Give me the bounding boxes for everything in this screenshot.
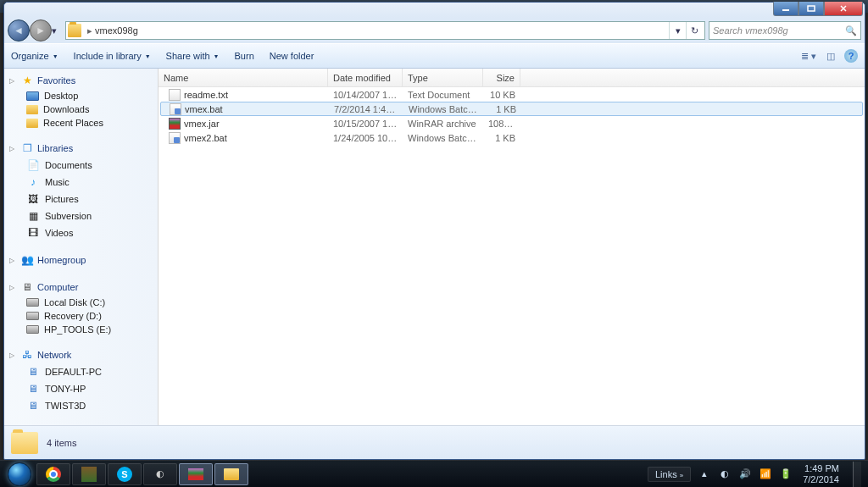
clock-time: 1:49 PM (803, 463, 839, 473)
favorites-header[interactable]: ▷★Favorites (4, 72, 158, 89)
pc-icon: 🖥 (26, 399, 40, 412)
sidebar-item-recent[interactable]: Recent Places (4, 116, 158, 130)
homegroup-icon: 👥 (20, 253, 34, 267)
breadcrumb-folder[interactable]: vmex098g (95, 25, 138, 36)
desktop-icon (26, 91, 39, 101)
file-icon (170, 103, 181, 115)
status-text: 4 items (47, 438, 76, 448)
preview-pane-button[interactable]: ◫ (822, 47, 839, 64)
share-with-menu[interactable]: Share with▼ (166, 51, 220, 61)
steam-tray-icon[interactable]: ◐ (718, 468, 732, 479)
minimize-button[interactable] (773, 2, 798, 16)
sidebar-item-drive-d[interactable]: Recovery (D:) (4, 309, 158, 323)
system-tray: Links » ▴ ◐ 🔊 📶 🔋 1:49 PM 7/2/2014 (648, 462, 865, 487)
svg-rect-0 (782, 9, 789, 11)
file-type: Text Document (403, 90, 483, 100)
sidebar-item-music[interactable]: ♪Music (4, 174, 158, 191)
sidebar-item-downloads[interactable]: Downloads (4, 102, 158, 116)
titlebar[interactable] (4, 3, 865, 18)
file-name: vmex.jar (164, 118, 328, 130)
address-bar[interactable]: ▸ vmex098g ▾ ↻ (65, 21, 705, 40)
back-button[interactable]: ◄ (8, 19, 30, 42)
computer-header[interactable]: ▷🖥Computer (4, 279, 158, 296)
file-icon (169, 118, 181, 130)
include-library-menu[interactable]: Include in library▼ (74, 51, 151, 61)
file-row[interactable]: vmex.jar10/15/2007 10:48 ...WinRAR archi… (159, 116, 865, 130)
network-header[interactable]: ▷🖧Network (4, 346, 158, 363)
sidebar-item-documents[interactable]: 📄Documents (4, 157, 158, 174)
refresh-button[interactable]: ↻ (686, 22, 703, 39)
battery-icon[interactable]: 🔋 (779, 468, 793, 479)
organize-menu[interactable]: Organize▼ (11, 51, 58, 61)
taskbar-winrar[interactable] (179, 463, 213, 485)
volume-icon[interactable]: 🔊 (738, 468, 752, 479)
videos-icon: 🎞 (26, 226, 40, 240)
skype-icon: S (117, 467, 132, 482)
column-date[interactable]: Date modified (328, 69, 403, 86)
file-date: 10/14/2007 12:14 ... (328, 90, 403, 100)
file-type: Windows Batch File (403, 133, 483, 143)
drive-icon (26, 325, 39, 334)
maximize-button[interactable] (798, 2, 824, 16)
file-row[interactable]: vmex2.bat1/24/2005 10:07 AMWindows Batch… (159, 130, 865, 145)
sidebar-item-pictures[interactable]: 🖼Pictures (4, 191, 158, 208)
show-desktop-button[interactable] (853, 462, 861, 487)
sidebar-item-drive-e[interactable]: HP_TOOLS (E:) (4, 323, 158, 336)
sidebar-item-videos[interactable]: 🎞Videos (4, 224, 158, 241)
homegroup-header[interactable]: ▷👥Homegroup (4, 252, 158, 268)
forward-button[interactable]: ► (30, 19, 52, 42)
column-name[interactable]: Name (159, 69, 328, 86)
help-button[interactable]: ? (844, 49, 858, 63)
music-icon: ♪ (26, 175, 40, 189)
computer-icon: 🖥 (20, 280, 34, 294)
file-row[interactable]: readme.txt10/14/2007 12:14 ...Text Docum… (159, 87, 865, 102)
taskbar-steam[interactable]: ◐ (143, 463, 177, 485)
command-toolbar: Organize▼ Include in library▼ Share with… (4, 43, 865, 69)
folder-icon (26, 119, 38, 128)
file-rows[interactable]: readme.txt10/14/2007 12:14 ...Text Docum… (159, 87, 865, 425)
history-dropdown[interactable]: ▾ (52, 25, 62, 36)
file-date: 7/2/2014 1:48 PM (329, 104, 403, 114)
file-size: 1 KB (484, 104, 521, 114)
file-icon (169, 89, 181, 101)
taskbar-explorer[interactable] (214, 463, 248, 485)
file-size: 1 KB (483, 133, 520, 143)
steam-icon: ◐ (153, 467, 168, 482)
taskbar-chrome[interactable] (36, 463, 70, 485)
folder-icon (224, 468, 239, 480)
sidebar-item-net-tony[interactable]: 🖥TONY-HP (4, 380, 158, 397)
sidebar-item-subversion[interactable]: ▦Subversion (4, 208, 158, 224)
view-options-button[interactable]: ≣ ▾ (800, 47, 817, 64)
address-dropdown[interactable]: ▾ (669, 22, 686, 39)
sidebar-item-drive-c[interactable]: Local Disk (C:) (4, 296, 158, 309)
burn-button[interactable]: Burn (235, 51, 254, 61)
sidebar-item-desktop[interactable]: Desktop (4, 89, 158, 102)
file-row[interactable]: vmex.bat7/2/2014 1:48 PMWindows Batch Fi… (160, 102, 863, 116)
sidebar-item-net-default[interactable]: 🖥DEFAULT-PC (4, 363, 158, 380)
search-input[interactable]: Search vmex098g 🔍 (709, 21, 861, 40)
new-folder-button[interactable]: New folder (270, 51, 314, 61)
search-icon[interactable]: 🔍 (845, 25, 857, 36)
libraries-icon: ❐ (20, 141, 34, 155)
subversion-icon: ▦ (26, 209, 40, 223)
folder-icon (26, 105, 38, 114)
folder-icon (68, 24, 81, 37)
pictures-icon: 🖼 (26, 192, 40, 206)
drive-icon (26, 298, 39, 307)
taskbar-minecraft[interactable] (72, 463, 106, 485)
column-headers: Name Date modified Type Size (159, 69, 865, 87)
column-type[interactable]: Type (403, 69, 483, 86)
start-button[interactable] (3, 462, 36, 487)
links-toolbar[interactable]: Links » (648, 467, 691, 482)
taskbar[interactable]: S ◐ Links » ▴ ◐ 🔊 📶 🔋 1:49 PM 7/2/2014 (0, 460, 868, 487)
tray-overflow-icon[interactable]: ▴ (698, 468, 711, 479)
sidebar-item-net-twist[interactable]: 🖥TWIST3D (4, 397, 158, 414)
wifi-icon[interactable]: 📶 (759, 468, 772, 479)
column-size[interactable]: Size (483, 69, 520, 86)
close-button[interactable] (824, 2, 863, 16)
taskbar-skype[interactable]: S (108, 463, 142, 485)
libraries-header[interactable]: ▷❐Libraries (4, 140, 158, 157)
navigation-pane[interactable]: ▷★Favorites Desktop Downloads Recent Pla… (4, 69, 159, 425)
file-name: readme.txt (164, 89, 328, 101)
clock[interactable]: 1:49 PM 7/2/2014 (799, 463, 843, 484)
